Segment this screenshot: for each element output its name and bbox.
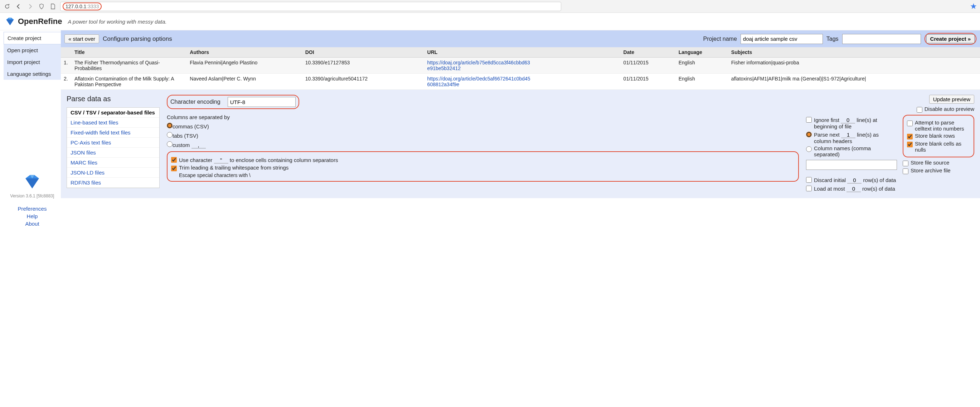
format-fixed[interactable]: Fixed-width field text files	[67, 128, 159, 138]
check-store-archive[interactable]	[903, 168, 908, 174]
format-list: CSV / TSV / separator-based files Line-b…	[67, 107, 160, 188]
format-line[interactable]: Line-based text files	[67, 118, 159, 128]
sidebar-tab-create-project[interactable]: Create project	[3, 32, 61, 44]
start-over-button[interactable]: « start over	[64, 34, 99, 43]
version-text: Version 3.6.1 [5fc8883]	[3, 193, 61, 198]
page-icon	[49, 2, 57, 11]
project-name-input[interactable]	[741, 34, 823, 44]
encoding-input[interactable]	[228, 97, 296, 107]
col-title: Title	[72, 47, 187, 58]
svg-marker-1	[6, 20, 14, 25]
parse-heading: Parse data as	[67, 95, 160, 103]
col-authors: Authors	[187, 47, 302, 58]
check-attempt-parse[interactable]	[907, 120, 913, 126]
custom-sep-input[interactable]	[191, 142, 206, 149]
project-name-label: Project name	[703, 36, 737, 42]
format-rdf[interactable]: RDF/N3 files	[67, 178, 159, 188]
table-row: 2. Aflatoxin Contamination of the Milk S…	[61, 74, 980, 90]
diamond-icon	[5, 16, 15, 27]
discard-input[interactable]	[847, 177, 862, 184]
format-pcaxis[interactable]: PC-Axis text files	[67, 138, 159, 148]
col-language: Language	[676, 47, 729, 58]
radio-parse-next[interactable]	[806, 131, 812, 137]
back-icon[interactable]	[14, 2, 23, 11]
check-store-blank-cells[interactable]	[907, 142, 913, 147]
col-doi: DOI	[302, 47, 425, 58]
create-project-button[interactable]: Create project »	[926, 34, 975, 43]
url-host: 127.0.0.1	[65, 3, 86, 9]
separator-label: Columns are separated by	[167, 114, 799, 120]
app-title: OpenRefine	[18, 17, 62, 26]
ignore-first-input[interactable]	[841, 117, 855, 124]
format-marc[interactable]: MARC files	[67, 158, 159, 168]
link-preferences[interactable]: Preferences	[3, 206, 61, 212]
col-names-input[interactable]	[806, 160, 897, 170]
enclose-char-input[interactable]	[214, 157, 228, 163]
url-link[interactable]: https://doaj.org/article/b75e8d5cca3f46c…	[427, 60, 531, 71]
escape-text: Escape special characters with \	[179, 173, 795, 178]
col-subjects: Subjects	[729, 47, 980, 58]
url-port: :3333	[86, 3, 99, 9]
format-jsonld[interactable]: JSON-LD files	[67, 168, 159, 178]
tags-input[interactable]	[842, 34, 921, 44]
svg-marker-4	[25, 179, 39, 188]
radio-tabs[interactable]	[167, 132, 172, 138]
check-store-blank-rows[interactable]	[907, 134, 913, 139]
check-store-file-source[interactable]	[903, 161, 908, 166]
format-json[interactable]: JSON files	[67, 148, 159, 158]
shield-icon[interactable]	[37, 2, 46, 11]
bookmark-star-icon[interactable]: ★	[970, 2, 977, 11]
sidebar-tab-import-project[interactable]: Import project	[3, 56, 61, 68]
check-ignore-first[interactable]	[806, 117, 812, 123]
table-row: 1. The Fisher Thermodynamics of Quasi-Pr…	[61, 58, 980, 74]
radio-commas[interactable]	[167, 123, 172, 128]
reload-icon[interactable]	[3, 2, 11, 11]
tags-label: Tags	[826, 36, 838, 42]
check-trim[interactable]	[171, 166, 177, 171]
link-help[interactable]: Help	[3, 213, 61, 219]
diamond-icon	[23, 173, 41, 191]
app-tagline: A power tool for working with messy data…	[68, 19, 166, 25]
col-date: Date	[620, 47, 676, 58]
check-disable-auto[interactable]	[916, 107, 923, 112]
radio-col-names[interactable]	[806, 146, 812, 152]
url-link[interactable]: https://doaj.org/article/0edc5af6672641c…	[427, 76, 531, 87]
update-preview-button[interactable]: Update preview	[929, 95, 974, 104]
toolbar-title: Configure parsing options	[103, 35, 172, 43]
load-input[interactable]	[846, 185, 861, 192]
sidebar-tab-language-settings[interactable]: Language settings	[3, 68, 61, 80]
forward-icon[interactable]	[26, 2, 34, 11]
link-about[interactable]: About	[3, 221, 61, 227]
check-enclose[interactable]	[171, 157, 177, 163]
check-discard[interactable]	[806, 177, 812, 183]
preview-table: Title Authors DOI URL Date Language Subj…	[61, 47, 980, 90]
radio-custom[interactable]	[167, 141, 172, 147]
check-load-at-most[interactable]	[806, 185, 812, 192]
url-bar[interactable]: 127.0.0.1:3333	[60, 2, 561, 11]
format-csv[interactable]: CSV / TSV / separator-based files	[67, 108, 159, 118]
col-url: URL	[425, 47, 620, 58]
parse-next-input[interactable]	[841, 131, 856, 138]
app-logo: OpenRefine	[5, 16, 62, 27]
sidebar-tab-open-project[interactable]: Open project	[3, 44, 61, 56]
encoding-label: Character encoding	[170, 99, 228, 105]
